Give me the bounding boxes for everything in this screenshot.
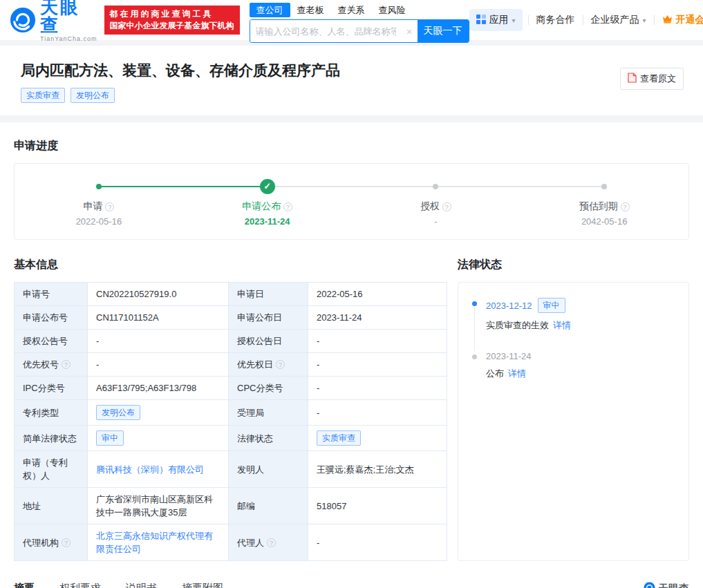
basic-info-table: 申请号CN202210527919.0申请日2022-05-16申请公布号CN1… — [14, 282, 447, 561]
legal-status-timeline: 2023-12-12审中实质审查的生效详情2023-11-24公布详情 — [458, 282, 689, 561]
brand-slogan-banner: 都在用的商业查询工具 国家中小企业发展子基金旗下机构 — [104, 6, 240, 35]
doc-tabs-holder: 摘要权利要求说明书摘要附图 — [14, 582, 248, 588]
tab-权利要求[interactable]: 权利要求 — [59, 582, 101, 588]
search-tab-查风险[interactable]: 查风险 — [372, 3, 413, 17]
help-icon: ? — [62, 360, 71, 369]
progress-step-label: 申请? — [15, 200, 183, 213]
nav-apps[interactable]: 应用 ▾ — [469, 9, 523, 31]
tyc-watermark-icon — [644, 582, 655, 588]
clear-icon[interactable]: × — [402, 26, 418, 37]
field-label-cell: 申请号 — [15, 283, 88, 306]
progress-step: ✓申请公布?2023-11-24 — [183, 179, 352, 227]
field-value-cell: 审中 — [88, 426, 229, 451]
entity-link[interactable]: 腾讯科技（深圳）有限公司 — [96, 464, 204, 475]
field-label: 授权公告日 — [237, 334, 282, 348]
nav-enterprise-products[interactable]: 企业级产品 ▾ — [583, 14, 654, 26]
app-header: 天眼查 TianYanCha.com 都在用的商业查询工具 国家中小企业发展子基… — [0, 0, 703, 40]
field-label: 邮编 — [237, 500, 255, 513]
field-label-cell: 专利类型 — [15, 400, 88, 426]
legal-status-item: 2023-12-12审中实质审查的生效详情 — [472, 298, 675, 351]
field-value: - — [308, 524, 447, 561]
table-row: 申请（专利权）人腾讯科技（深圳）有限公司发明人王骥远;蔡嘉杰;王治;文杰 — [15, 451, 447, 488]
field-label-cell: 简单法律状态 — [15, 426, 88, 451]
search-tab-查公司[interactable]: 查公司 — [250, 3, 290, 17]
tab-摘要[interactable]: 摘要 — [14, 582, 35, 588]
basic-info-section: 基本信息 申请号CN202210527919.0申请日2022-05-16申请公… — [14, 258, 447, 561]
field-value: CN202210527919.0 — [88, 283, 229, 306]
tab-摘要附图[interactable]: 摘要附图 — [182, 582, 223, 588]
nav-biz-label: 商务合作 — [536, 14, 575, 26]
progress-step: 预估到期?2042-05-16 — [520, 179, 688, 227]
nav-enterprise-label: 企业级产品 — [591, 14, 639, 26]
nav-vip-membership[interactable]: 开通会员 ▾ — [655, 14, 703, 26]
table-row: 授权公告号-授权公告日- — [15, 330, 447, 353]
view-original-label: 查看原文 — [640, 73, 676, 85]
crown-icon — [662, 15, 673, 26]
view-original-button[interactable]: 查看原文 — [620, 68, 684, 90]
tianyancha-logo[interactable]: 天眼查 TianYanCha.com — [10, 0, 97, 42]
status-badge: 实质审查 — [317, 430, 361, 446]
document-tabs-section: 摘要权利要求说明书摘要附图 天眼查 — [14, 582, 689, 588]
search-tab-查关系[interactable]: 查关系 — [331, 3, 372, 17]
search-tab-查老板[interactable]: 查老板 — [290, 3, 331, 17]
field-label: 申请（专利权）人 — [23, 456, 79, 482]
field-label: 受理局 — [237, 406, 264, 419]
field-label-cell: 发明人 — [229, 451, 308, 488]
field-label: CPC分类号 — [237, 381, 283, 395]
info-columns: 基本信息 申请号CN202210527919.0申请日2022-05-16申请公… — [14, 258, 689, 561]
table-row: 简单法律状态审中法律状态实质审查 — [15, 426, 447, 451]
field-label-cell: IPC分类号 — [15, 377, 88, 400]
field-value-cell: 发明公布 — [88, 400, 229, 426]
page-title: 局内匹配方法、装置、设备、存储介质及程序产品 — [21, 61, 682, 80]
table-row: 专利类型发明公布受理局- — [15, 400, 447, 426]
done-dot-icon — [96, 184, 102, 189]
search-input[interactable] — [250, 20, 402, 42]
field-label: 申请号 — [23, 287, 50, 301]
progress-heading: 申请进度 — [14, 139, 689, 153]
progress-step-date: 2042-05-16 — [520, 216, 688, 227]
tab-说明书[interactable]: 说明书 — [126, 582, 157, 588]
field-label-cell: 法律状态 — [229, 426, 308, 451]
status-badge: 发明公布 — [96, 405, 140, 420]
legal-status-section: 法律状态 2023-12-12审中实质审查的生效详情2023-11-24公布详情 — [458, 258, 689, 561]
field-label: 申请公布日 — [237, 311, 282, 324]
field-value: 广东省深圳市南山区高新区科技中一路腾讯大厦35层 — [88, 488, 229, 524]
brand-name: 天眼查 — [40, 0, 97, 34]
field-label: 优先权号 — [23, 358, 59, 371]
field-label-cell: 申请公布号 — [15, 306, 88, 330]
timeline-dot-icon — [472, 354, 477, 359]
field-label: 申请公布号 — [23, 311, 68, 324]
check-icon: ✓ — [260, 179, 275, 194]
progress-timeline: 申请?2022-05-16✓申请公布?2023-11-24授权?-预估到期?20… — [14, 163, 689, 240]
pending-dot-icon — [433, 184, 438, 189]
field-value: 2023-11-24 — [308, 306, 447, 330]
field-label-cell: 申请（专利权）人 — [15, 451, 88, 488]
help-icon: ? — [62, 538, 71, 547]
watermark-logo: 天眼查 — [644, 582, 689, 588]
field-label: 申请日 — [237, 287, 264, 301]
table-row: IPC分类号A63F13/795;A63F13/798CPC分类号- — [15, 377, 447, 400]
detail-link[interactable]: 详情 — [553, 320, 571, 330]
help-icon: ? — [276, 360, 285, 369]
search-button[interactable]: 天眼一下 — [418, 20, 469, 42]
patent-detail-card: 申请进度 申请?2022-05-16✓申请公布?2023-11-24授权?-预估… — [0, 122, 703, 588]
field-label-cell: 邮编 — [229, 488, 308, 524]
nav-business-cooperation[interactable]: 商务合作 — [529, 14, 583, 26]
detail-link[interactable]: 详情 — [508, 368, 526, 379]
search-tabs: 查公司查老板查关系查风险 — [250, 3, 469, 17]
field-label: 法律状态 — [237, 432, 273, 445]
field-label-cell: 地址 — [15, 488, 88, 524]
progress-step-label: 预估到期? — [520, 200, 688, 213]
entity-link[interactable]: 北京三高永信知识产权代理有限责任公司 — [96, 531, 213, 554]
field-label-cell: 受理局 — [229, 400, 308, 426]
progress-step-name: 申请公布 — [242, 200, 281, 213]
progress-step-label: 授权? — [352, 200, 521, 213]
progress-steps: 申请?2022-05-16✓申请公布?2023-11-24授权?-预估到期?20… — [15, 179, 688, 227]
watermark-text: 天眼查 — [658, 582, 689, 588]
progress-step: 授权?- — [352, 179, 521, 227]
progress-step-date: - — [352, 216, 521, 227]
field-value: - — [308, 330, 447, 353]
nav-vip-label: 开通会员 — [676, 14, 703, 26]
field-value: - — [308, 377, 447, 400]
chevron-down-icon: ▾ — [643, 17, 646, 24]
